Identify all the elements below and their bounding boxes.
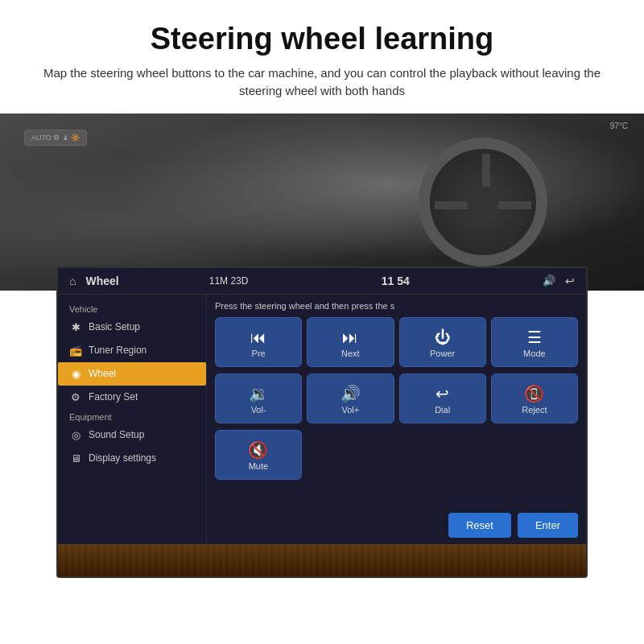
- sound-label: Sound Setup: [89, 429, 144, 440]
- page-title: Steering wheel learning: [32, 23, 612, 56]
- next-button[interactable]: ⏭ Next: [307, 317, 394, 367]
- reject-label: Reject: [522, 405, 547, 415]
- mode-button[interactable]: ☰ Mode: [491, 317, 578, 367]
- reject-icon: 📵: [524, 386, 544, 402]
- display-label: Display settings: [89, 452, 156, 464]
- equipment-label: Equipment: [58, 409, 206, 423]
- sidebar-item-tuner-region[interactable]: 📻 Tuner Region: [58, 339, 206, 362]
- mute-icon: 🔇: [248, 442, 268, 458]
- car-image: AUTO ⚙ 🌡 🔆 97°C: [0, 114, 644, 291]
- sidebar-item-wheel[interactable]: ◉ Wheel: [58, 362, 206, 386]
- factory-label: Factory Set: [89, 391, 138, 402]
- power-button[interactable]: ⏻ Power: [399, 317, 486, 367]
- enter-button[interactable]: Enter: [518, 513, 578, 538]
- wheel-label: Wheel: [89, 368, 116, 379]
- main-content: Press the steering wheel and then press …: [207, 295, 586, 544]
- vehicle-label: Vehicle: [58, 301, 206, 316]
- next-icon: ⏭: [342, 329, 358, 345]
- pre-label: Pre: [252, 349, 266, 358]
- vol-plus-icon: 🔊: [341, 386, 361, 402]
- basic-setup-icon: ✱: [69, 321, 82, 333]
- screen-overlay: ⌂ Wheel 11M 23D 11 54 🔊 ↩ Vehicle ✱ Basi…: [56, 266, 588, 578]
- screen-title: Wheel: [85, 275, 199, 287]
- car-background: [0, 114, 644, 291]
- screen-body: Vehicle ✱ Basic Setup 📻 Tuner Region ◉ W…: [58, 295, 586, 544]
- reject-button[interactable]: 📵 Reject: [491, 374, 578, 423]
- sidebar-item-display-settings[interactable]: 🖥 Display settings: [58, 447, 206, 470]
- dash-auto: AUTO ⚙ 🌡 🔆: [24, 130, 87, 146]
- pre-button[interactable]: ⏮ Pre: [215, 317, 302, 367]
- dial-label: Dial: [435, 405, 450, 415]
- sidebar-item-sound-setup[interactable]: ◎ Sound Setup: [58, 423, 206, 447]
- dial-icon: ↩: [436, 386, 449, 402]
- sidebar-item-basic-setup[interactable]: ✱ Basic Setup: [58, 316, 206, 339]
- vol-minus-icon: 🔉: [249, 386, 269, 402]
- dashboard-left: AUTO ⚙ 🌡 🔆: [24, 130, 87, 146]
- vol-plus-button[interactable]: 🔊 Vol+: [307, 374, 394, 423]
- tuner-icon: 📻: [69, 345, 82, 357]
- tuner-label: Tuner Region: [89, 345, 147, 356]
- vol-plus-label: Vol+: [342, 405, 360, 415]
- control-row-2: 🔉 Vol- 🔊 Vol+ ↩ Dial 📵 Reject: [215, 374, 578, 423]
- mode-label: Mode: [523, 349, 546, 358]
- next-label: Next: [341, 349, 360, 358]
- vol-minus-button[interactable]: 🔉 Vol-: [215, 374, 302, 423]
- page-subtitle: Map the steering wheel buttons to the ca…: [32, 64, 612, 101]
- dial-button[interactable]: ↩ Dial: [399, 374, 486, 423]
- reset-button[interactable]: Reset: [448, 513, 511, 538]
- vol-minus-label: Vol-: [251, 405, 266, 415]
- sound-icon: ◎: [69, 429, 82, 441]
- screen-header: ⌂ Wheel 11M 23D 11 54 🔊 ↩: [58, 268, 586, 295]
- wheel-icon: ◉: [69, 368, 82, 380]
- mute-label: Mute: [249, 461, 268, 471]
- instruction-text: Press the steering wheel and then press …: [215, 301, 578, 311]
- screen-time: 11 54: [382, 275, 410, 287]
- volume-icon: 🔊: [543, 275, 555, 287]
- mute-button[interactable]: 🔇 Mute: [215, 430, 302, 480]
- steering-wheel-visual: [419, 138, 547, 266]
- woodgrain-trim: [58, 544, 586, 576]
- screen-date: 11M 23D: [209, 275, 249, 287]
- home-icon: ⌂: [69, 275, 76, 287]
- control-row-1: ⏮ Pre ⏭ Next ⏻ Power ☰ Mode: [215, 317, 578, 367]
- sidebar-item-factory-set[interactable]: ⚙ Factory Set: [58, 386, 206, 409]
- power-label: Power: [430, 349, 455, 358]
- back-button[interactable]: ↩: [565, 275, 575, 287]
- display-icon: 🖥: [69, 452, 82, 464]
- bottom-actions: Reset Enter: [215, 510, 578, 538]
- basic-setup-label: Basic Setup: [89, 321, 140, 332]
- mode-icon: ☰: [527, 329, 542, 345]
- power-icon: ⏻: [435, 329, 451, 345]
- factory-icon: ⚙: [69, 391, 82, 403]
- sidebar: Vehicle ✱ Basic Setup 📻 Tuner Region ◉ W…: [58, 295, 207, 544]
- temp-indicator: 97°C: [610, 122, 628, 130]
- control-row-3: 🔇 Mute: [215, 430, 578, 480]
- pre-icon: ⏮: [250, 329, 266, 345]
- top-section: Steering wheel learning Map the steering…: [0, 0, 644, 114]
